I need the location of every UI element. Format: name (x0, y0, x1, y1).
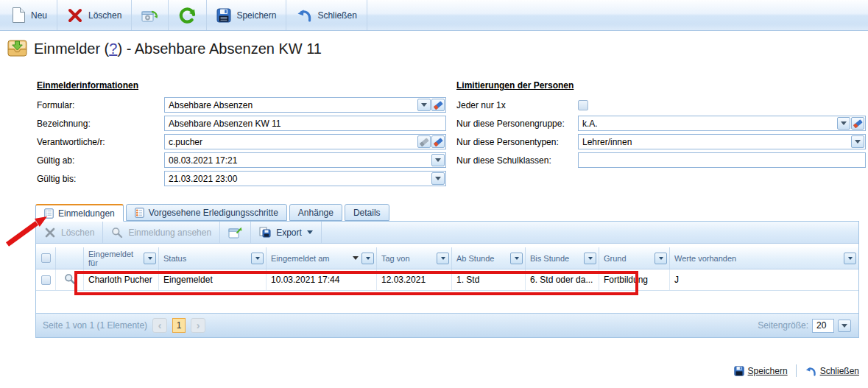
next-page-button[interactable]: › (191, 318, 205, 333)
formular-dropdown-button[interactable] (417, 99, 431, 111)
filter-button[interactable] (437, 253, 449, 264)
footer-close-link[interactable]: Schließen (805, 366, 859, 376)
open-window-button[interactable] (220, 222, 251, 243)
tab-details[interactable]: Details (345, 204, 389, 221)
eraser-icon (433, 137, 444, 147)
page-size-value: 20 (812, 319, 834, 333)
new-button[interactable]: Neu (2, 0, 57, 30)
jeder-nur-1x-checkbox[interactable] (578, 100, 588, 110)
col-label: Bis Stunde (530, 254, 569, 263)
formular-clear-button[interactable] (431, 99, 445, 111)
personengruppe-clear-button[interactable] (851, 117, 864, 130)
chevron-down-icon (841, 121, 847, 125)
col-header-eingemeldet-am[interactable]: Eingemeldet am (267, 247, 377, 269)
schulklassen-row: Nur diese Schulklassen: (456, 152, 866, 168)
tab-strip: Einmeldungen Vorgesehene Erledigungsschr… (35, 204, 392, 221)
filter-button[interactable] (144, 253, 156, 264)
personentypen-label: Nur diese Personentypen: (456, 137, 578, 147)
gueltig-ab-select[interactable]: 08.03.2021 17:21 (164, 152, 446, 168)
filter-button[interactable] (361, 253, 374, 264)
view-einmeldung-button[interactable]: Einmeldung ansehen (103, 222, 220, 243)
help-link[interactable]: ? (109, 40, 117, 57)
section-header-einmelderinformationen: Einmelderinformationen (37, 80, 446, 91)
title-paren-close: ) (117, 40, 122, 57)
main-toolbar: Neu Löschen (0, 0, 868, 31)
delete-button[interactable]: Löschen (57, 0, 132, 30)
grid-delete-button[interactable]: Löschen (36, 222, 103, 243)
export-icon (259, 227, 271, 238)
personengruppe-dropdown-button[interactable] (837, 117, 850, 130)
filter-button[interactable] (510, 253, 523, 264)
personengruppe-select[interactable]: k.A. (578, 116, 866, 131)
formular-select[interactable]: Absehbare Absenzen (164, 97, 446, 113)
filter-button[interactable] (654, 253, 667, 264)
col-header-eingemeldet-fuer[interactable]: Eingemeldet für (84, 247, 159, 269)
col-header-tag-von[interactable]: Tag von (377, 247, 452, 269)
page-size-dropdown-button[interactable] (838, 320, 851, 332)
col-header-ab-stunde[interactable]: Ab Stunde (452, 247, 526, 269)
tab-anhaenge[interactable]: Anhänge (289, 204, 342, 221)
select-all-checkbox[interactable] (41, 253, 51, 263)
row-checkbox[interactable] (41, 275, 51, 285)
col-header-werte-vorhanden[interactable]: Werte vorhanden (670, 247, 858, 269)
col-label: Status (163, 254, 186, 263)
verantwortliche-label: Verantwortliche/r: (37, 137, 164, 147)
close-undo-icon (296, 8, 312, 22)
refresh-button[interactable] (169, 0, 207, 30)
eraser-icon (853, 119, 864, 129)
gueltig-ab-dropdown-button[interactable] (431, 154, 445, 166)
cell-ab-stunde: 1. Std (452, 269, 526, 290)
grid-delete-label: Löschen (61, 227, 94, 238)
tab-details-label: Details (353, 208, 381, 218)
gueltig-bis-dropdown-button[interactable] (431, 172, 445, 185)
filter-button[interactable] (584, 253, 596, 264)
page-title: Einmelder (?) - Absehbare Absenzen KW 11 (7, 38, 322, 59)
col-header-bis-stunde[interactable]: Bis Stunde (526, 247, 599, 269)
delete-x-icon (67, 7, 83, 24)
cell-grund: Fortbildung (599, 269, 670, 290)
delete-button-label: Löschen (88, 10, 121, 21)
prev-page-button[interactable]: ‹ (152, 318, 167, 333)
verantwortliche-clear-button[interactable] (431, 135, 445, 148)
chevron-down-icon (841, 324, 847, 328)
chevron-down-icon (435, 158, 441, 162)
personengruppe-row: Nur diese Personengruppe: k.A. (456, 116, 866, 131)
personengruppe-label: Nur diese Personengruppe: (456, 119, 578, 129)
save-button[interactable]: Speichern (207, 0, 286, 30)
verantwortliche-input[interactable]: c.pucher (164, 134, 446, 149)
formular-value: Absehbare Absenzen (165, 100, 417, 110)
filter-button[interactable] (844, 253, 856, 264)
current-page-button[interactable]: 1 (172, 318, 186, 333)
row-select-cell (36, 269, 56, 290)
verantwortliche-picker-button[interactable] (417, 135, 431, 148)
bullet-list-icon (135, 208, 144, 218)
personentypen-select[interactable]: Lehrer/innen (578, 134, 866, 149)
row-magnifier-button[interactable] (64, 273, 76, 287)
footer-close-label: Schließen (820, 366, 859, 376)
bezeichnung-row: Bezeichnung: Absehbare Absenzen KW 11 (37, 116, 446, 131)
chevron-down-icon (255, 257, 260, 260)
tab-einmeldungen[interactable]: Einmeldungen (35, 204, 124, 222)
close-button[interactable]: Schließen (286, 0, 367, 30)
chevron-down-icon (366, 257, 370, 260)
gueltig-bis-label: Gültig bis: (37, 174, 164, 184)
gueltig-bis-row: Gültig bis: 21.03.2021 23:00 (37, 171, 446, 186)
personentypen-row: Nur diese Personentypen: Lehrer/innen (456, 134, 866, 149)
pagination-bar: Seite 1 von 1 (1 Elemente) ‹ 1 › Seiteng… (36, 313, 858, 337)
gueltig-bis-select[interactable]: 21.03.2021 23:00 (164, 171, 446, 186)
bezeichnung-input[interactable]: Absehbare Absenzen KW 11 (164, 116, 446, 131)
footer-save-link[interactable]: Speichern (734, 366, 788, 376)
col-header-status[interactable]: Status (159, 247, 267, 269)
export-button[interactable]: Export (251, 222, 322, 243)
filter-button[interactable] (251, 253, 264, 264)
personentypen-dropdown-button[interactable] (851, 135, 864, 148)
col-header-grund[interactable]: Grund (599, 247, 670, 269)
tab-erledigungsschritte[interactable]: Vorgesehene Erledigungsschritte (126, 204, 287, 221)
title-app-name: Einmelder (34, 40, 100, 57)
gueltig-ab-label: Gültig ab: (37, 155, 164, 166)
gray-eraser-icon (419, 137, 430, 147)
form-settings-button[interactable] (132, 0, 169, 30)
table-row[interactable]: Charloth Pucher Eingemeldet 10.03.2021 1… (36, 269, 858, 291)
pager-status: Seite 1 von 1 (1 Elemente) (43, 320, 147, 331)
schulklassen-input[interactable] (578, 152, 866, 168)
